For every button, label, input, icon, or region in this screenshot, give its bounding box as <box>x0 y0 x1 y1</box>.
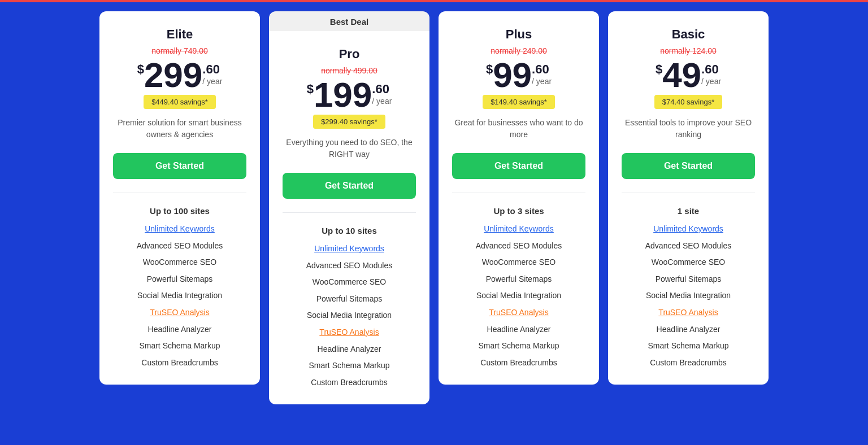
sites-item-plus: Up to 3 sites <box>452 202 585 220</box>
price-main-basic: 49 <box>662 58 701 93</box>
feature-item-basic-1: Advanced SEO Modules <box>622 238 755 255</box>
savings-badge-plus: $149.40 savings* <box>483 95 555 109</box>
get-started-button-pro[interactable]: Get Started <box>283 173 416 199</box>
get-started-button-basic[interactable]: Get Started <box>622 153 755 179</box>
feature-item-plus-6: Headline Analyzer <box>452 321 585 338</box>
plan-name-basic: Basic <box>622 27 755 42</box>
price-year-elite: / year <box>202 77 222 86</box>
price-cents-year-pro: .60/ year <box>372 77 392 106</box>
feature-item-elite-5[interactable]: TruSEO Analysis <box>113 304 246 321</box>
sites-item-pro: Up to 10 sites <box>283 222 416 239</box>
feature-item-elite-6: Headline Analyzer <box>113 321 246 338</box>
divider-elite <box>113 193 246 193</box>
feature-list-basic: 1 siteUnlimited KeywordsAdvanced SEO Mod… <box>622 202 755 371</box>
divider-plus <box>452 193 585 193</box>
pricing-container: Elitenormally 749.00$299.60/ year$449.40… <box>95 11 773 404</box>
price-cents-elite: .60 <box>202 62 220 77</box>
price-row-elite: $299.60/ year <box>113 58 246 93</box>
feature-item-elite-1: Advanced SEO Modules <box>113 238 246 255</box>
price-year-pro: / year <box>372 97 392 106</box>
plan-description-basic: Essential tools to improve your SEO rank… <box>622 117 755 142</box>
original-price-pro: normally 499.00 <box>283 66 416 75</box>
original-price-basic: normally 124.00 <box>622 46 755 55</box>
feature-item-basic-5[interactable]: TruSEO Analysis <box>622 304 755 321</box>
feature-item-plus-1: Advanced SEO Modules <box>452 238 585 255</box>
plan-description-plus: Great for businesses who want to do more <box>452 117 585 142</box>
feature-item-plus-4: Social Media Integration <box>452 287 585 304</box>
feature-item-elite-7: Smart Schema Markup <box>113 338 246 355</box>
savings-badge-pro: $299.40 savings* <box>313 115 385 129</box>
price-dollar-basic: $ <box>656 62 662 77</box>
plan-card-plus: Plusnormally 249.00$99.60/ year$149.40 s… <box>439 11 599 385</box>
feature-item-pro-0[interactable]: Unlimited Keywords <box>283 241 416 258</box>
feature-item-plus-7: Smart Schema Markup <box>452 338 585 355</box>
feature-item-pro-4: Social Media Integration <box>283 307 416 324</box>
price-cents-pro: .60 <box>372 82 389 97</box>
price-row-basic: $49.60/ year <box>622 58 755 93</box>
top-bar <box>0 0 868 2</box>
feature-item-basic-6: Headline Analyzer <box>622 321 755 338</box>
best-deal-banner: Best Deal <box>269 11 429 31</box>
plan-description-elite: Premier solution for smart business owne… <box>113 117 246 142</box>
feature-item-basic-3: Powerful Sitemaps <box>622 271 755 288</box>
feature-item-pro-3: Powerful Sitemaps <box>283 291 416 308</box>
feature-list-plus: Up to 3 sitesUnlimited KeywordsAdvanced … <box>452 202 585 371</box>
feature-item-plus-8: Custom Breadcrumbs <box>452 355 585 372</box>
get-started-button-elite[interactable]: Get Started <box>113 153 246 179</box>
price-main-pro: 199 <box>314 77 372 112</box>
sites-item-elite: Up to 100 sites <box>113 202 246 220</box>
price-main-plus: 99 <box>493 58 532 93</box>
price-dollar-elite: $ <box>137 62 144 77</box>
price-cents-year-plus: .60/ year <box>532 58 552 86</box>
divider-pro <box>283 212 416 213</box>
feature-item-pro-5[interactable]: TruSEO Analysis <box>283 324 416 341</box>
feature-item-elite-0[interactable]: Unlimited Keywords <box>113 221 246 238</box>
price-row-pro: $199.60/ year <box>283 77 416 112</box>
feature-item-elite-3: Powerful Sitemaps <box>113 271 246 288</box>
feature-item-basic-8: Custom Breadcrumbs <box>622 355 755 372</box>
plan-card-basic: Basicnormally 124.00$49.60/ year$74.40 s… <box>608 11 769 385</box>
feature-item-basic-7: Smart Schema Markup <box>622 338 755 355</box>
price-dollar-plus: $ <box>486 62 493 77</box>
feature-item-elite-2: WooCommerce SEO <box>113 254 246 271</box>
original-price-elite: normally 749.00 <box>113 46 246 55</box>
plan-card-pro: Pronormally 499.00$199.60/ year$299.40 s… <box>269 31 429 404</box>
price-year-plus: / year <box>532 77 552 86</box>
feature-list-pro: Up to 10 sitesUnlimited KeywordsAdvanced… <box>283 222 416 391</box>
sites-item-basic: 1 site <box>622 202 755 220</box>
feature-list-elite: Up to 100 sitesUnlimited KeywordsAdvance… <box>113 202 246 371</box>
feature-item-pro-8: Custom Breadcrumbs <box>283 374 416 391</box>
feature-item-basic-0[interactable]: Unlimited Keywords <box>622 221 755 238</box>
savings-badge-elite: $449.40 savings* <box>144 95 216 109</box>
plan-wrapper-basic: Basicnormally 124.00$49.60/ year$74.40 s… <box>604 11 773 385</box>
plan-wrapper-plus: Plusnormally 249.00$99.60/ year$149.40 s… <box>434 11 604 385</box>
plan-wrapper-pro: Best DealPronormally 499.00$199.60/ year… <box>264 11 434 404</box>
price-main-elite: 299 <box>144 58 202 93</box>
feature-item-pro-2: WooCommerce SEO <box>283 274 416 291</box>
price-year-basic: / year <box>701 77 721 86</box>
original-price-plus: normally 249.00 <box>452 46 585 55</box>
savings-badge-basic: $74.40 savings* <box>654 95 723 109</box>
feature-item-basic-4: Social Media Integration <box>622 287 755 304</box>
feature-item-elite-8: Custom Breadcrumbs <box>113 355 246 372</box>
feature-item-basic-2: WooCommerce SEO <box>622 254 755 271</box>
price-cents-year-elite: .60/ year <box>202 58 222 86</box>
feature-item-plus-0[interactable]: Unlimited Keywords <box>452 221 585 238</box>
get-started-button-plus[interactable]: Get Started <box>452 153 585 179</box>
divider-basic <box>622 193 755 193</box>
price-cents-basic: .60 <box>701 62 719 77</box>
feature-item-pro-1: Advanced SEO Modules <box>283 258 416 274</box>
feature-item-elite-4: Social Media Integration <box>113 287 246 304</box>
price-row-plus: $99.60/ year <box>452 58 585 93</box>
price-cents-year-basic: .60/ year <box>701 58 721 86</box>
feature-item-plus-5[interactable]: TruSEO Analysis <box>452 304 585 321</box>
feature-item-plus-3: Powerful Sitemaps <box>452 271 585 288</box>
price-cents-plus: .60 <box>532 62 549 77</box>
feature-item-plus-2: WooCommerce SEO <box>452 254 585 271</box>
feature-item-pro-7: Smart Schema Markup <box>283 357 416 374</box>
plan-name-plus: Plus <box>452 27 585 42</box>
plan-wrapper-elite: Elitenormally 749.00$299.60/ year$449.40… <box>95 11 264 385</box>
plan-card-elite: Elitenormally 749.00$299.60/ year$449.40… <box>99 11 260 385</box>
plan-description-pro: Everything you need to do SEO, the RIGHT… <box>283 137 416 162</box>
plan-name-pro: Pro <box>283 47 416 62</box>
